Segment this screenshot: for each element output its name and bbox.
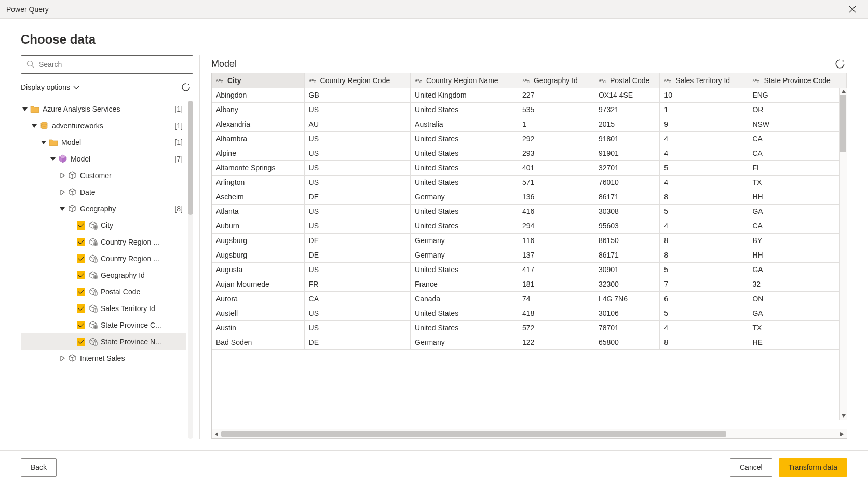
table-icon (67, 171, 77, 180)
column-header[interactable]: ABCSales Territory Id (660, 73, 748, 88)
search-box[interactable] (21, 55, 193, 74)
data-table[interactable]: ABCCityABCCountry Region CodeABCCountry … (212, 73, 847, 350)
tree-item-cust[interactable]: Customer (21, 167, 186, 184)
tree-item-c5[interactable]: Sales Territory Id (21, 300, 186, 317)
table-row[interactable]: AugustaUSUnited States417309015GA (212, 262, 847, 277)
table-row[interactable]: AuroraCACanada74L4G 7N66ON (212, 291, 847, 306)
table-row[interactable]: AustellUSUnited States418301065GA (212, 306, 847, 320)
checkbox[interactable] (77, 254, 85, 263)
tree-item-aas[interactable]: Azure Analysis Services[1] (21, 101, 186, 117)
table-horizontal-scrollbar[interactable] (212, 429, 847, 438)
tree-refresh-button[interactable] (179, 80, 193, 95)
column-header[interactable]: ABCCity (212, 73, 304, 88)
column-header[interactable]: ABCGeography Id (518, 73, 594, 88)
table-row[interactable]: AugsburgDEGermany116861508BY (212, 233, 847, 248)
close-button[interactable] (843, 0, 862, 19)
table-row[interactable]: Altamonte SpringsUSUnited States40132701… (212, 160, 847, 175)
tree-item-label: Model (71, 155, 171, 163)
search-icon (26, 60, 35, 69)
tree-item-mcube[interactable]: Model[7] (21, 151, 186, 167)
checkbox[interactable] (77, 271, 85, 279)
table-vertical-scrollbar[interactable] (839, 88, 847, 420)
search-input[interactable] (39, 60, 187, 69)
checkbox[interactable] (77, 288, 85, 296)
table-cell: 4 (660, 219, 748, 233)
expander-icon[interactable] (49, 155, 57, 163)
tree-item-is[interactable]: Internet Sales (21, 350, 186, 367)
table-row[interactable]: AtlantaUSUnited States416303085GA (212, 204, 847, 219)
display-options[interactable]: Display options (21, 80, 193, 95)
table-row[interactable]: AlpineUSUnited States293919014CA (212, 146, 847, 160)
table-row[interactable]: ArlingtonUSUnited States571760104TX (212, 175, 847, 190)
scroll-right-icon[interactable] (837, 429, 847, 439)
tree-item-c6[interactable]: State Province C... (21, 317, 186, 333)
checkbox[interactable] (77, 338, 85, 346)
tree-item-mfold[interactable]: Model[1] (21, 134, 186, 151)
preview-refresh-button[interactable] (833, 57, 847, 71)
expander-icon (67, 304, 76, 313)
table-row[interactable]: AscheimDEGermany136861718HH (212, 190, 847, 204)
table-hscroll-thumb[interactable] (221, 431, 726, 437)
expander-icon[interactable] (39, 138, 48, 146)
expander-icon[interactable] (58, 188, 66, 196)
table-cell: CA (748, 146, 847, 160)
column-header[interactable]: ABCCountry Region Code (304, 73, 411, 88)
tree-item-c3[interactable]: Geography Id (21, 267, 186, 284)
table-cell: US (304, 219, 411, 233)
cancel-button[interactable]: Cancel (730, 458, 772, 477)
column-icon (88, 237, 98, 247)
column-header[interactable]: ABCState Province Code (748, 73, 847, 88)
tree-item-c2[interactable]: Country Region ... (21, 250, 186, 267)
refresh-icon (181, 83, 191, 92)
expander-icon[interactable] (21, 105, 29, 113)
table-row[interactable]: AlhambraUSUnited States292918014CA (212, 131, 847, 146)
transform-data-button[interactable]: Transform data (779, 458, 847, 477)
tree-item-c7[interactable]: State Province N... (21, 333, 186, 350)
text-type-icon: ABC (522, 77, 532, 84)
tree-scrollbar-thumb[interactable] (188, 101, 193, 215)
scroll-left-icon[interactable] (212, 429, 221, 439)
svg-text:C: C (314, 79, 316, 83)
table-cell: HE (748, 335, 847, 349)
table-row[interactable]: AlexandriaAUAustralia120159NSW (212, 117, 847, 131)
table-vscroll-thumb[interactable] (840, 95, 846, 152)
table-row[interactable]: AustinUSUnited States572787014TX (212, 320, 847, 335)
column-header[interactable]: ABCPostal Code (594, 73, 659, 88)
table-row[interactable]: AuburnUSUnited States294956034CA (212, 219, 847, 233)
tree-item-c1[interactable]: Country Region ... (21, 234, 186, 250)
tree-item-c4[interactable]: Postal Code (21, 284, 186, 300)
expander-icon[interactable] (58, 171, 66, 180)
scroll-down-icon[interactable] (840, 412, 847, 420)
table-cell: 535 (518, 102, 594, 117)
table-row[interactable]: AlbanyUSUnited States535973211OR (212, 102, 847, 117)
table-row[interactable]: AbingdonGBUnited Kingdom227OX14 4SE10ENG (212, 88, 847, 102)
svg-text:C: C (419, 79, 422, 83)
tree-item-date[interactable]: Date (21, 184, 186, 200)
table-cell: Augusta (212, 262, 304, 277)
checkbox[interactable] (77, 221, 85, 230)
table-cell: United States (411, 204, 518, 219)
tree-item-db[interactable]: adventureworks[1] (21, 117, 186, 134)
tree-item-geo[interactable]: Geography[8] (21, 200, 186, 217)
expander-icon[interactable] (58, 354, 66, 362)
table-cell: Alpine (212, 146, 304, 160)
tree-scrollbar[interactable] (188, 101, 193, 439)
back-button[interactable]: Back (21, 458, 57, 477)
checkbox[interactable] (77, 321, 85, 329)
table-row[interactable]: AugsburgDEGermany137861718HH (212, 248, 847, 262)
table-cell: Albany (212, 102, 304, 117)
checkbox[interactable] (77, 238, 85, 246)
table-cell: 4 (660, 320, 748, 335)
expander-icon[interactable] (30, 122, 38, 130)
tree-item-label: Country Region ... (101, 238, 183, 246)
tree-item-c0[interactable]: City (21, 217, 186, 234)
navigator-tree[interactable]: Azure Analysis Services[1]adventureworks… (21, 101, 186, 439)
checkbox[interactable] (77, 304, 85, 313)
table-row[interactable]: Bad SodenDEGermany122658008HE (212, 335, 847, 349)
expander-icon (67, 271, 76, 279)
scroll-up-icon[interactable] (840, 88, 847, 95)
expander-icon[interactable] (58, 205, 66, 213)
table-row[interactable]: Aujan MournedeFRFrance18132300732 (212, 277, 847, 291)
table-icon (67, 204, 77, 213)
column-header[interactable]: ABCCountry Region Name (411, 73, 518, 88)
